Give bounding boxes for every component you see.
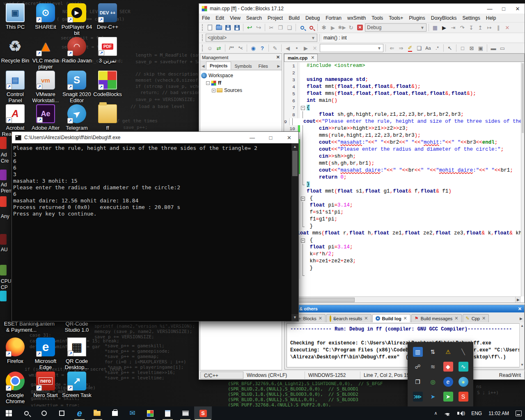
new-file-button[interactable] xyxy=(206,23,214,32)
management-tab-files[interactable]: Files xyxy=(255,62,271,70)
menu-project[interactable]: Project xyxy=(265,14,286,22)
console-window[interactable]: C:\Users\Alireza\Desktop\ff\bin\Debug\ff… xyxy=(11,131,299,321)
clear-markers-button[interactable]: ✕ xyxy=(311,44,319,52)
cut-button[interactable]: ✂ xyxy=(267,23,275,32)
replace-button[interactable] xyxy=(307,23,315,32)
doxyblocks-extract-button[interactable]: ⇄ xyxy=(215,44,223,52)
red-diamond-icon[interactable]: ◆ xyxy=(443,362,453,372)
collapse-icon[interactable]: - xyxy=(206,81,210,85)
taskbar-codeblocks[interactable] xyxy=(141,406,159,420)
desktop-icon-codeblocks[interactable]: ↗CodeBlocks xyxy=(89,71,126,97)
tab-scroll-left-icon[interactable]: ◀ xyxy=(200,64,206,70)
tabs-overflow-icon[interactable]: ▶ xyxy=(520,317,523,322)
open-file-button[interactable] xyxy=(215,23,223,32)
action-center-icon[interactable] xyxy=(512,406,525,420)
menu-debug[interactable]: Debug xyxy=(303,14,323,22)
scrollbar-thumb[interactable] xyxy=(292,151,298,176)
break-debugger-button[interactable]: ∥ xyxy=(494,23,502,32)
settings-wrench-button[interactable]: ✎ xyxy=(271,44,279,52)
redo-button[interactable]: ↪ xyxy=(254,23,263,32)
management-close-icon[interactable]: ✕ xyxy=(276,55,280,60)
scroll-up-icon[interactable]: ▲ xyxy=(520,324,524,328)
management-tab-projects[interactable]: Projects xyxy=(206,62,231,70)
tree-node-sources[interactable]: +Sources xyxy=(201,87,281,94)
window-v-button[interactable]: ▭ xyxy=(498,44,507,52)
security-warning-icon[interactable]: ⚠ xyxy=(443,347,453,357)
satellite-icon[interactable]: ☍ xyxy=(413,362,423,372)
taskbar-store[interactable] xyxy=(106,406,124,420)
scroll-right-arrow-icon[interactable]: ▶ xyxy=(515,297,521,303)
eset-icon[interactable]: e xyxy=(443,377,453,387)
editor-vertical-scrollbar[interactable] xyxy=(521,62,524,296)
desktop-icon--3[interactable]: PDF↗تمرین 3 xyxy=(89,37,126,64)
run-to-cursor-button[interactable]: ⇥ xyxy=(449,23,457,32)
console-output[interactable]: Please enter the rule, height and size o… xyxy=(12,143,291,321)
editor-horizontal-scrollbar[interactable]: ▶ xyxy=(284,296,521,303)
doxy-wizard-button[interactable]: ◉ xyxy=(249,44,257,52)
maximize-button[interactable]: □ xyxy=(497,6,511,12)
save-button[interactable] xyxy=(224,23,232,32)
pointer-button[interactable]: ↖ xyxy=(446,44,454,52)
task-view-button[interactable] xyxy=(53,406,71,420)
hidden-device-icon[interactable]: ╲ xyxy=(459,347,468,357)
logs-panel[interactable]: Logs & others ✕ Code::Blocks✕Search resu… xyxy=(284,305,525,370)
tab-close-icon[interactable]: ✕ xyxy=(403,316,407,321)
tray-chevron-icon[interactable]: ∧ xyxy=(431,406,440,420)
logs-tab-build-messages[interactable]: ⚑Build messages✕ xyxy=(411,314,462,322)
tree-node-workspace[interactable]: ⌂Workspace xyxy=(201,72,281,79)
incremental-search-combobox[interactable]: ▼ xyxy=(320,44,383,52)
management-tabs[interactable]: ◀ProjectsSymbolsFiles▶ xyxy=(200,61,282,70)
fold-margin[interactable] xyxy=(300,104,305,111)
stream-icon[interactable]: ⋙ xyxy=(413,392,423,402)
menu-help[interactable]: Help xyxy=(483,14,499,22)
symbol-combobox[interactable]: main() : int xyxy=(322,34,523,42)
menu-doxyblocks[interactable]: DoxyBlocks xyxy=(428,14,460,22)
logs-tabbar[interactable]: Code::Blocks✕Search results✕Build log✕⚑B… xyxy=(285,312,524,322)
desktop-icon-qr-code[interactable]: ▦↗QR CodeDesktop... xyxy=(58,337,96,370)
logs-close-icon[interactable]: ✕ xyxy=(518,306,522,312)
menu-view[interactable]: View xyxy=(227,14,243,22)
close-button[interactable]: ✕ xyxy=(511,6,525,12)
tab-main-cpp[interactable]: main.cpp ✕ xyxy=(284,54,318,62)
browse-forward-button[interactable]: ▶ xyxy=(302,44,310,52)
undo-button[interactable]: ↩ xyxy=(245,23,254,32)
block-comment-button[interactable]: /** xyxy=(227,44,236,52)
save-all-button[interactable] xyxy=(233,23,241,32)
editor-tabbar[interactable]: main.cpp ✕ xyxy=(284,54,524,62)
copy-button[interactable]: ❐ xyxy=(276,23,284,32)
search-prev-button[interactable]: ⇐ xyxy=(388,44,396,52)
tab-close-icon[interactable]: ✕ xyxy=(482,316,486,321)
menu-file[interactable]: File xyxy=(199,14,213,22)
console-minimize-button[interactable]: — xyxy=(243,135,261,141)
step-out-button[interactable]: ↥ xyxy=(476,23,484,32)
line-comment-button[interactable]: *< xyxy=(236,44,245,52)
main-toolbar[interactable]: ↩↪✂❐❏✱▶✱▶↻✕Debug▼▦▶⇥↷↧↥↦∥✕ xyxy=(199,23,525,33)
next-instruction-button[interactable]: ↦ xyxy=(485,23,493,32)
desktop-icon-screen-task[interactable]: ↗↗Screen Task xyxy=(58,372,96,398)
wxsmith-panel-button[interactable]: ▣ xyxy=(477,44,485,52)
rebuild-button[interactable]: ↻ xyxy=(347,23,355,32)
selected-text-button[interactable]: ❑ xyxy=(415,44,423,52)
desktop-icon-label-only[interactable]: QR-CodeStudio 1.0 xyxy=(58,321,96,333)
clock[interactable]: 11:02 AM xyxy=(485,406,512,420)
menu-bar[interactable]: FileEditViewSearchProjectBuildDebugFortr… xyxy=(199,14,525,23)
logs-tab-build-log[interactable]: Build log✕ xyxy=(372,314,410,322)
browse-marker-button[interactable]: ● xyxy=(293,44,301,52)
console-close-button[interactable]: ✕ xyxy=(280,135,298,141)
globe-icon[interactable]: ● xyxy=(459,377,468,387)
find-button[interactable] xyxy=(298,23,306,32)
logs-scrollbar[interactable]: ▲▼ xyxy=(519,323,524,367)
scroll-up-icon[interactable]: ▲ xyxy=(291,143,298,150)
sync-icon[interactable]: ≋ xyxy=(428,362,438,372)
management-tab-symbols[interactable]: Symbols xyxy=(231,62,255,70)
tab-close-icon[interactable]: ✕ xyxy=(319,316,322,321)
codeblocks-titlebar[interactable]: main.cpp [ff] - Code::Blocks 17.12 — □ ✕ xyxy=(199,4,525,14)
regex-button[interactable]: .* xyxy=(433,44,441,52)
menu-fortran[interactable]: Fortran xyxy=(323,14,344,22)
paste-button[interactable]: ❏ xyxy=(285,23,293,32)
desktop-icon-ff[interactable]: ff xyxy=(89,104,126,131)
search-button[interactable] xyxy=(18,406,35,420)
menu-edit[interactable]: Edit xyxy=(213,14,227,22)
tray-overflow-popup[interactable]: ▥⇅⚠╲☍≋◆∿❐◎e●⋙➤➤S xyxy=(408,342,473,406)
desktop-icon-dev-c-[interactable]: DEV ++↗Dev-C++ xyxy=(89,3,126,30)
